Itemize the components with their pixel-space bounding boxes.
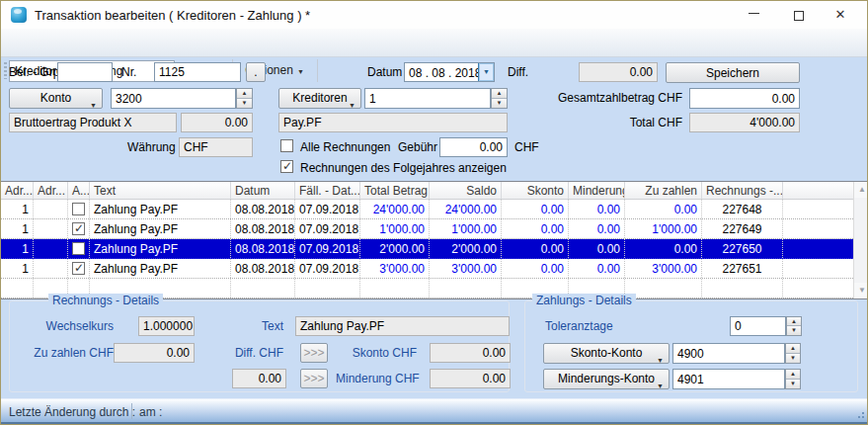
- bel-grp-label: Bel. - Grp: [9, 65, 59, 79]
- resize-grip[interactable]: [855, 409, 864, 418]
- column-header[interactable]: Zu zahlen: [625, 182, 702, 199]
- column-header[interactable]: Skonto: [502, 182, 569, 199]
- datum-datepicker[interactable]: 08 . 08 . 2018 ▼: [404, 62, 495, 82]
- gebuehr-label: Gebühr: [398, 140, 437, 154]
- table-cell: [625, 279, 702, 298]
- datepicker-dropdown-button[interactable]: ▼: [478, 63, 494, 81]
- konto-selector-button[interactable]: Konto ▼: [9, 88, 103, 109]
- skonto-konto-input[interactable]: [672, 343, 785, 364]
- spinner-down-icon[interactable]: ▼: [492, 99, 507, 109]
- minderungs-konto-selector-button[interactable]: Minderungs-Konto ▼: [543, 369, 670, 389]
- table-cell: [295, 279, 360, 298]
- toleranztage-label: Toleranztage: [545, 319, 613, 333]
- toleranztage-spinner[interactable]: ▲▼: [786, 316, 802, 336]
- maximize-button[interactable]: [777, 1, 821, 28]
- folgejahr-label: Rechnungen des Folgejahres anzeigen: [300, 161, 507, 175]
- row-checkbox[interactable]: [72, 203, 85, 215]
- details-text-label: Text: [207, 319, 283, 333]
- table-cell: [1, 279, 34, 298]
- nr-input[interactable]: [154, 62, 241, 82]
- spinner-up-icon[interactable]: ▲: [237, 89, 252, 99]
- toolbar-grip-handle[interactable]: [4, 62, 7, 79]
- table-cell: [68, 259, 90, 278]
- kreditoren-selector-button[interactable]: Kreditoren ▼: [278, 88, 361, 109]
- gebuehr-input[interactable]: [439, 137, 508, 157]
- transfer-minderung-button[interactable]: >>>: [300, 369, 328, 388]
- column-header[interactable]: Text: [90, 182, 231, 199]
- kreditoren-spinner[interactable]: ▲▼: [491, 88, 508, 109]
- transfer-skonto-button[interactable]: >>>: [300, 343, 328, 363]
- column-header[interactable]: Saldo: [430, 182, 502, 199]
- table-row[interactable]: 1Zahlung Pay.PF08.08.201807.09.20183'000…: [1, 259, 868, 279]
- wechselkurs-field: 1.000000: [138, 316, 195, 336]
- table-cell: 227650: [702, 239, 783, 258]
- total-value-field: 4'000.00: [689, 113, 800, 132]
- column-header[interactable]: Minderung: [569, 182, 625, 199]
- minderungs-konto-input[interactable]: [672, 369, 785, 389]
- spinner-up-icon[interactable]: ▲: [787, 317, 801, 326]
- spinner-down-icon[interactable]: ▼: [786, 380, 800, 389]
- table-cell: 0.00: [625, 200, 702, 218]
- nr-lookup-button[interactable]: .: [246, 62, 266, 82]
- spinner-down-icon[interactable]: ▼: [786, 354, 800, 364]
- changed-by-label: Letzte Änderung durch :: [9, 405, 135, 419]
- column-header[interactable]: Adr...: [1, 182, 34, 199]
- details-text-field: Zahlung Pay.PF: [295, 316, 510, 336]
- wechselkurs-label: Wechselkurs: [20, 319, 114, 333]
- folgejahr-checkbox[interactable]: [280, 160, 293, 173]
- spinner-up-icon[interactable]: ▲: [786, 344, 800, 354]
- column-header[interactable]: Fäll. - Dat...: [295, 182, 360, 199]
- skonto-konto-label: Skonto-Konto: [571, 346, 643, 360]
- alle-rechnungen-checkbox[interactable]: [280, 139, 293, 152]
- table-cell: [702, 279, 783, 298]
- table-cell: 3'000.00: [430, 259, 502, 278]
- spinner-down-icon[interactable]: ▼: [237, 99, 252, 109]
- table-row[interactable]: 1Zahlung Pay.PF08.08.201807.09.20181'000…: [1, 219, 868, 239]
- invoice-table: Adr...Adr...A...TextDatumFäll. - Dat...T…: [1, 181, 868, 299]
- table-cell: 2'000.00: [360, 239, 430, 258]
- table-cell: 1'000.00: [430, 219, 502, 238]
- speichern-button[interactable]: Speichern: [666, 62, 800, 83]
- table-cell: 227649: [702, 219, 783, 238]
- gesamtzahlbetrag-input[interactable]: [689, 88, 800, 109]
- spinner-up-icon[interactable]: ▲: [786, 370, 800, 380]
- row-checkbox[interactable]: [72, 222, 85, 235]
- table-cell: 1: [1, 239, 34, 258]
- scroll-up-icon[interactable]: ▲: [854, 182, 868, 198]
- row-checkbox[interactable]: [72, 242, 85, 255]
- table-cell: 24'000.00: [360, 200, 430, 218]
- skonto-konto-spinner[interactable]: ▲▼: [785, 343, 801, 364]
- datum-label: Datum: [367, 65, 402, 79]
- table-cell: 0.00: [569, 219, 625, 238]
- gebuehr-currency-label: CHF: [514, 140, 539, 154]
- table-cell: 0.00: [502, 219, 569, 238]
- kreditoren-input[interactable]: [364, 88, 491, 109]
- minderungs-konto-spinner[interactable]: ▲▼: [785, 369, 801, 389]
- scroll-down-icon[interactable]: ▼: [854, 283, 868, 298]
- vertical-scrollbar[interactable]: ▲ ▼: [853, 182, 868, 298]
- rechnungs-details-group: Rechnungs - Details Wechselkurs 1.000000…: [9, 300, 510, 392]
- details-minderung-field: 0.00: [430, 369, 511, 388]
- konto-input[interactable]: [111, 88, 236, 109]
- table-row[interactable]: 1Zahlung Pay.PF08.08.201807.09.201824'00…: [1, 200, 868, 219]
- skonto-konto-selector-button[interactable]: Skonto-Konto ▼: [543, 343, 670, 364]
- table-cell: 08.08.2018: [231, 200, 295, 218]
- column-header[interactable]: Rechnungs -...: [702, 182, 783, 199]
- column-header[interactable]: A...: [68, 182, 90, 199]
- toleranztage-input[interactable]: [730, 316, 786, 336]
- close-button[interactable]: ✕: [819, 1, 862, 28]
- table-cell: 0.00: [502, 200, 569, 218]
- row-checkbox[interactable]: [72, 262, 85, 275]
- spinner-up-icon[interactable]: ▲: [492, 89, 507, 99]
- minimize-button[interactable]: [732, 1, 775, 28]
- table-row[interactable]: 1Zahlung Pay.PF08.08.201807.09.20182'000…: [1, 239, 868, 259]
- spinner-down-icon[interactable]: ▼: [787, 326, 801, 335]
- table-cell: 227648: [702, 200, 783, 218]
- table-cell: 0.00: [569, 200, 625, 218]
- column-header[interactable]: Total Betrag: [360, 182, 430, 199]
- column-header[interactable]: Datum: [231, 182, 295, 199]
- konto-spinner[interactable]: ▲▼: [236, 88, 253, 109]
- column-header[interactable]: Adr...: [34, 182, 68, 199]
- bel-grp-input[interactable]: [57, 62, 113, 82]
- table-cell: [68, 219, 90, 238]
